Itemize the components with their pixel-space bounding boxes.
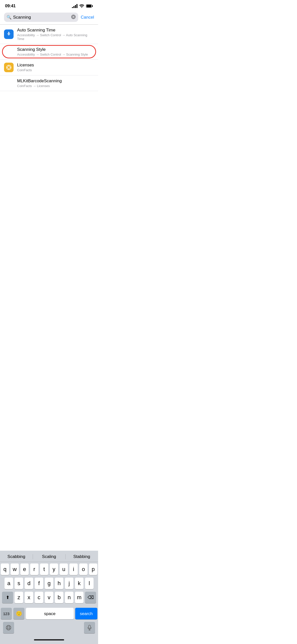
status-icons xyxy=(72,4,93,8)
search-magnifier-icon: 🔍 xyxy=(7,15,12,20)
result-title: MLKitBarcodeScanning xyxy=(17,78,94,84)
result-text-auto-scanning-time: Auto Scanning Time Accessibility → Switc… xyxy=(17,28,94,41)
signal-icon xyxy=(72,4,77,8)
svg-rect-2 xyxy=(87,5,91,7)
result-title: Scanning Style xyxy=(17,47,94,52)
result-text-scanning-style: Scanning Style Accessibility → Switch Co… xyxy=(17,47,94,56)
clear-search-button[interactable] xyxy=(71,15,76,20)
result-item-mlkit[interactable]: MLKitBarcodeScanning CoinFacts → License… xyxy=(0,75,98,91)
svg-point-4 xyxy=(8,32,10,33)
result-title: Auto Scanning Time xyxy=(17,28,94,33)
result-item-auto-scanning-time[interactable]: Auto Scanning Time Accessibility → Switc… xyxy=(0,25,98,44)
status-bar: 09:41 xyxy=(0,0,98,10)
result-subtitle: CoinFacts xyxy=(17,68,94,72)
status-time: 09:41 xyxy=(5,4,16,9)
cancel-button[interactable]: Cancel xyxy=(81,15,94,20)
search-input-wrapper[interactable]: 🔍 xyxy=(4,13,78,22)
result-item-scanning-style[interactable]: Scanning Style Accessibility → Switch Co… xyxy=(0,44,98,60)
search-bar-container: 🔍 Cancel xyxy=(0,10,98,24)
result-subtitle: Accessibility → Switch Control → Scannin… xyxy=(17,53,94,56)
result-title: Licenses xyxy=(17,63,94,68)
svg-rect-1 xyxy=(92,5,93,7)
search-input[interactable] xyxy=(13,15,70,20)
results-list: Auto Scanning Time Accessibility → Switc… xyxy=(0,25,98,91)
accessibility-icon-container xyxy=(4,29,14,39)
battery-icon xyxy=(86,4,93,8)
result-text-licenses: Licenses CoinFacts xyxy=(17,63,94,72)
wifi-icon xyxy=(79,4,84,8)
result-subtitle: CoinFacts → Licenses xyxy=(17,84,94,88)
svg-point-6 xyxy=(8,66,10,69)
result-subtitle: Accessibility → Switch Control → Auto Sc… xyxy=(17,33,94,41)
coinfacts-icon-container xyxy=(4,63,14,72)
result-item-licenses[interactable]: Licenses CoinFacts xyxy=(0,60,98,75)
result-text-mlkit: MLKitBarcodeScanning CoinFacts → License… xyxy=(17,78,94,88)
